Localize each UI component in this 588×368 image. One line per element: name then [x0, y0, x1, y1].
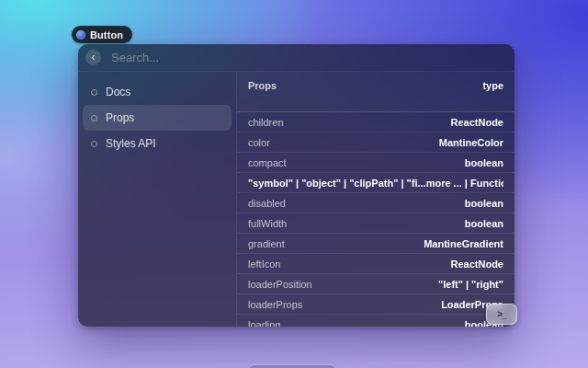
prop-name: color	[248, 137, 270, 148]
prop-name: loading	[248, 319, 280, 328]
table-row: leftIconReactNode	[237, 254, 514, 274]
table-row: childrenReactNode	[237, 112, 514, 132]
sidebar-item-label: Props	[106, 111, 134, 124]
search-input[interactable]	[111, 51, 503, 64]
prop-type: MantineGradient	[285, 238, 503, 249]
component-dot-icon	[76, 30, 85, 40]
sidebar-item-label: Styles API	[106, 137, 156, 150]
terminal-prompt-icon: >_	[497, 309, 505, 319]
prop-name: loaderPosition	[248, 279, 312, 290]
prop-name: disabled	[248, 198, 286, 209]
prop-name: loaderProps	[248, 299, 302, 310]
modal-body: DocsPropsStyles API Props type childrenR…	[78, 72, 514, 327]
props-column-header: Props	[248, 80, 277, 111]
prop-type: LoaderProps	[302, 299, 503, 310]
prop-name: compact	[248, 157, 287, 168]
prop-name: leftIcon	[248, 259, 280, 270]
table-row: compactboolean	[237, 153, 514, 173]
props-table[interactable]: Props type childrenReactNodecolorMantine…	[237, 72, 514, 327]
sidebar-item-label: Docs	[106, 86, 130, 98]
table-row: disabledboolean	[237, 193, 514, 213]
table-row: gradientMantineGradient	[237, 234, 514, 254]
sidebar-item-props[interactable]: Props	[83, 105, 232, 131]
prop-type: MantineColor	[270, 137, 503, 148]
terminal-button[interactable]: >_	[486, 304, 517, 325]
table-row: fullWidthboolean	[237, 213, 514, 234]
prop-type: ReactNode	[284, 117, 503, 128]
prop-type: ReactNode	[280, 259, 503, 270]
prop-type: boolean	[280, 319, 503, 328]
table-row: loaderPosition"left" | "right"	[237, 274, 514, 294]
prop-type: boolean	[287, 218, 503, 229]
prop-name: gradient	[248, 238, 285, 249]
prop-type: boolean	[287, 157, 503, 168]
prop-name: fullWidth	[248, 218, 287, 229]
button-pill[interactable]: Button	[72, 26, 132, 43]
back-button[interactable]: ‹	[85, 50, 101, 65]
search-bar: ‹	[78, 44, 514, 72]
spotlight-modal: ‹ DocsPropsStyles API Props type childre…	[78, 44, 514, 327]
chevron-left-icon: ‹	[92, 52, 96, 63]
props-table-header: Props type	[237, 72, 514, 112]
circle-icon	[91, 141, 97, 147]
circle-icon	[91, 89, 97, 96]
prop-type: "left" | "right"	[312, 279, 503, 290]
prop-type: boolean	[286, 198, 503, 209]
prop-type: "symbol" | "object" | "clipPath" | "fi..…	[248, 178, 503, 189]
sidebar-item-styles-api[interactable]: Styles API	[83, 131, 232, 156]
sidebar-item-docs[interactable]: Docs	[83, 79, 232, 105]
button-pill-label: Button	[90, 29, 123, 40]
table-row: loadingboolean	[237, 315, 514, 327]
circle-icon	[91, 115, 97, 121]
bottom-window-peek	[248, 364, 336, 368]
table-row: loaderPropsLoaderProps	[237, 294, 514, 315]
table-row: colorMantineColor	[237, 132, 514, 153]
prop-name: children	[248, 117, 284, 128]
type-column-header: type	[482, 80, 503, 111]
table-row: "symbol" | "object" | "clipPath" | "fi..…	[237, 173, 514, 193]
props-table-body: childrenReactNodecolorMantineColorcompac…	[237, 112, 514, 327]
sidebar-nav: DocsPropsStyles API	[78, 72, 237, 327]
